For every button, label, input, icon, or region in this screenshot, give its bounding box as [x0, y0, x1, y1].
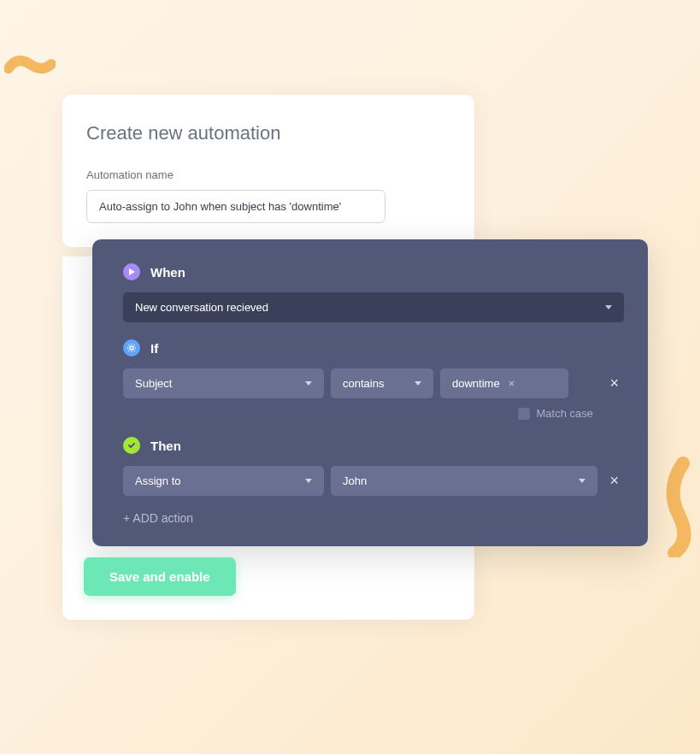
then-target-dropdown[interactable]: John — [331, 466, 597, 496]
automation-name-label: Automation name — [86, 168, 450, 181]
gear-icon — [123, 339, 140, 356]
automation-name-input[interactable] — [86, 190, 385, 223]
decorative-worm-top — [4, 51, 56, 85]
when-trigger-value: New conversation recieved — [135, 301, 268, 314]
if-value-text: downtime — [452, 377, 500, 390]
rules-panel: When New conversation recieved If Subjec… — [92, 239, 648, 546]
then-action-dropdown[interactable]: Assign to — [123, 466, 324, 496]
when-title: When — [150, 265, 185, 280]
chevron-down-icon — [305, 479, 312, 483]
then-title: Then — [150, 439, 181, 453]
when-section: When New conversation recieved — [116, 263, 624, 322]
delete-condition-button[interactable]: × — [604, 374, 624, 392]
chevron-down-icon — [305, 381, 312, 386]
chevron-down-icon — [415, 381, 421, 386]
chevron-down-icon — [605, 305, 612, 309]
then-section: Then Assign to John × + ADD action — [116, 437, 624, 526]
save-enable-button[interactable]: Save and enable — [84, 557, 236, 596]
check-icon — [123, 437, 140, 454]
when-trigger-dropdown[interactable]: New conversation recieved — [123, 292, 624, 322]
automation-card: Create new automation Automation name — [62, 95, 474, 247]
page-title: Create new automation — [86, 122, 450, 144]
add-action-button[interactable]: + ADD action — [123, 511, 193, 525]
if-operator-dropdown[interactable]: contains — [331, 368, 433, 398]
chevron-down-icon — [579, 479, 585, 483]
delete-action-button[interactable]: × — [604, 472, 624, 490]
if-operator-value: contains — [343, 377, 384, 390]
if-value-chip[interactable]: downtime × — [440, 368, 568, 398]
if-field-value: Subject — [135, 377, 172, 390]
then-target-value: John — [343, 474, 367, 487]
if-title: If — [150, 341, 158, 356]
play-icon — [123, 263, 140, 280]
match-case-label: Match case — [537, 407, 593, 420]
match-case-checkbox[interactable] — [518, 408, 530, 420]
if-field-dropdown[interactable]: Subject — [123, 368, 324, 398]
then-action-value: Assign to — [135, 474, 180, 487]
if-section: If Subject contains downtime × × Match c… — [116, 339, 624, 420]
svg-point-0 — [130, 346, 133, 350]
remove-chip-icon[interactable]: × — [509, 377, 515, 390]
decorative-worm-bottom — [649, 455, 700, 557]
